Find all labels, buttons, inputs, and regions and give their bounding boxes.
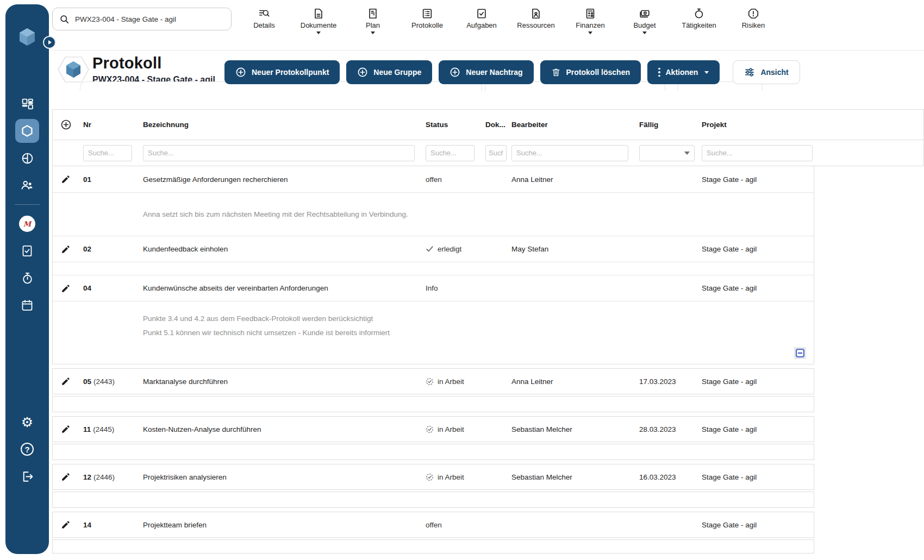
column-header-bearbeiter[interactable]: Bearbeiter: [507, 121, 635, 129]
protocol-row-14[interactable]: 14 Projektteam briefen offen Stage Gate …: [52, 512, 814, 538]
filter-bearbeiter-input[interactable]: [511, 145, 628, 161]
nav-item-plan[interactable]: Plan: [346, 5, 400, 34]
cell-bearbeiter: May Stefan: [507, 245, 635, 253]
edit-pencil-icon[interactable]: [61, 284, 71, 293]
cell-projekt: Stage Gate - agil: [697, 175, 814, 184]
nav-item-details[interactable]: Details: [237, 5, 291, 34]
sidebar-item-tasks[interactable]: [15, 237, 39, 265]
cell-status: in Arbeit: [421, 377, 481, 386]
in-progress-icon: [426, 425, 434, 433]
button-label: Aktionen: [666, 68, 698, 77]
filter-status-input[interactable]: [426, 145, 475, 161]
protocol-hexagon-badge: [56, 53, 91, 86]
nav-label: Dokumente: [301, 21, 336, 29]
trash-icon: [551, 67, 561, 77]
plan-icon: [367, 8, 379, 20]
calendar-icon: [21, 299, 34, 312]
stopwatch-icon: [693, 8, 705, 20]
global-search-input[interactable]: [75, 15, 224, 23]
details-icon: [258, 8, 270, 20]
view-button[interactable]: Ansicht: [733, 60, 800, 84]
new-addendum-button[interactable]: Neuer Nachtrag: [439, 60, 533, 84]
cell-bezeichnung: Projektteam briefen: [139, 521, 421, 529]
minus-icon: [796, 349, 804, 357]
cell-faellig: 17.03.2023: [635, 377, 697, 386]
column-header-status[interactable]: Status: [421, 121, 481, 129]
delete-protocol-button[interactable]: Protokoll löschen: [540, 60, 641, 84]
sidebar-item-calendar[interactable]: [15, 292, 39, 319]
sidebar-item-dashboard[interactable]: [15, 90, 39, 117]
cell-bezeichnung: Kosten-Nutzen-Analyse durchführen: [139, 425, 421, 433]
column-header-nr[interactable]: Nr: [79, 121, 139, 129]
nav-item-risiken[interactable]: Risiken: [726, 5, 781, 34]
nav-item-budget[interactable]: Budget: [617, 5, 672, 34]
protocol-row-04[interactable]: 04 Kundenwünsche abseits der vereinbarte…: [53, 275, 814, 301]
play-icon: [48, 40, 52, 45]
collapse-note-button[interactable]: [794, 347, 806, 359]
nav-item-ressourcen[interactable]: Ressourcen: [509, 5, 563, 34]
cell-nr: 11(2445): [79, 425, 139, 433]
header-divider: [52, 50, 924, 51]
protocol-row-02[interactable]: 02 Kundenfeedback einholen erledigt May …: [53, 236, 814, 262]
filter-projekt-input[interactable]: [702, 145, 813, 161]
button-label: Neuer Nachtrag: [466, 68, 522, 77]
edit-pencil-icon[interactable]: [61, 472, 71, 482]
nav-item-aufgaben[interactable]: Aufgaben: [454, 5, 509, 34]
sidebar-item-help[interactable]: ?: [15, 436, 39, 463]
cell-projekt: Stage Gate - agil: [697, 284, 814, 292]
sidebar-item-account[interactable]: M: [15, 210, 39, 237]
sidebar-item-settings[interactable]: ⚙: [15, 408, 39, 436]
filter-bezeichnung-input[interactable]: [143, 145, 415, 161]
column-header-bezeichnung[interactable]: Bezeichnung: [139, 121, 421, 129]
edit-pencil-icon[interactable]: [61, 174, 71, 184]
nav-label: Ressourcen: [517, 21, 554, 29]
nav-item-dokumente[interactable]: Dokumente: [291, 5, 346, 34]
nav-item-finanzen[interactable]: Finanzen: [563, 5, 617, 34]
sidebar-item-team[interactable]: [15, 172, 39, 199]
nav-item-protokolle[interactable]: Protokolle: [400, 5, 454, 34]
help-icon: ?: [21, 443, 34, 456]
edit-pencil-icon[interactable]: [61, 244, 71, 254]
protocol-row-01[interactable]: 01 Gesetzmäßige Anforderungen recherchie…: [53, 166, 814, 192]
note-text: Anna setzt sich bis zum nächsten Meeting…: [143, 210, 408, 218]
edit-pencil-icon[interactable]: [61, 424, 71, 434]
button-label: Protokoll löschen: [566, 68, 630, 77]
button-label: Neue Gruppe: [373, 68, 421, 77]
cell-nr: 02: [79, 245, 139, 253]
cell-nr: 01: [79, 175, 139, 184]
add-row-plus-circle-icon[interactable]: [60, 119, 72, 130]
column-header-faellig[interactable]: Fällig: [635, 121, 697, 129]
filter-nr-input[interactable]: [83, 145, 132, 161]
plus-circle-icon: [235, 67, 246, 78]
note-text: Punkte 3.4 und 4.2 aus dem Feedback-Prot…: [143, 314, 814, 323]
protocol-group: 01 Gesetzmäßige Anforderungen recherchie…: [52, 166, 814, 364]
edit-pencil-icon[interactable]: [61, 376, 71, 386]
column-header-dok[interactable]: Dok...: [481, 121, 507, 129]
protocol-row-11[interactable]: 11(2445) Kosten-Nutzen-Analyse durchführ…: [52, 416, 814, 442]
new-group-button[interactable]: Neue Gruppe: [346, 60, 432, 84]
nav-item-taetigkeiten[interactable]: Tätigkeiten: [672, 5, 726, 34]
filter-faellig-select[interactable]: [639, 145, 695, 161]
protocol-row-12[interactable]: 12(2446) Projektrisiken analysieren in A…: [52, 464, 814, 490]
hexagon-icon: [20, 124, 34, 138]
nav-label: Tätigkeiten: [682, 21, 716, 29]
new-protocol-point-button[interactable]: Neuer Protokollpunkt: [224, 60, 340, 84]
sidebar-divider: [15, 204, 40, 205]
avatar: M: [19, 216, 35, 232]
edit-pencil-icon[interactable]: [61, 520, 71, 530]
calculator-icon: [584, 8, 596, 20]
cell-bearbeiter: Anna Leitner: [507, 175, 635, 184]
sidebar-item-reports[interactable]: [15, 144, 39, 172]
column-header-projekt[interactable]: Projekt: [697, 121, 923, 129]
sidebar-item-logout[interactable]: [15, 463, 39, 490]
sidebar: M: [5, 4, 49, 554]
nav-label: Finanzen: [576, 21, 604, 29]
protocol-row-05[interactable]: 05(2443) Marktanalyse durchführen in Arb…: [52, 368, 814, 394]
actions-button[interactable]: Aktionen: [647, 60, 720, 84]
sliders-icon: [744, 67, 755, 78]
sidebar-expand-toggle[interactable]: [43, 36, 56, 49]
sidebar-item-time-tracking[interactable]: [15, 265, 39, 292]
in-progress-icon: [426, 377, 434, 386]
filter-dok-input[interactable]: [485, 145, 507, 161]
sidebar-item-projects[interactable]: [15, 119, 39, 143]
